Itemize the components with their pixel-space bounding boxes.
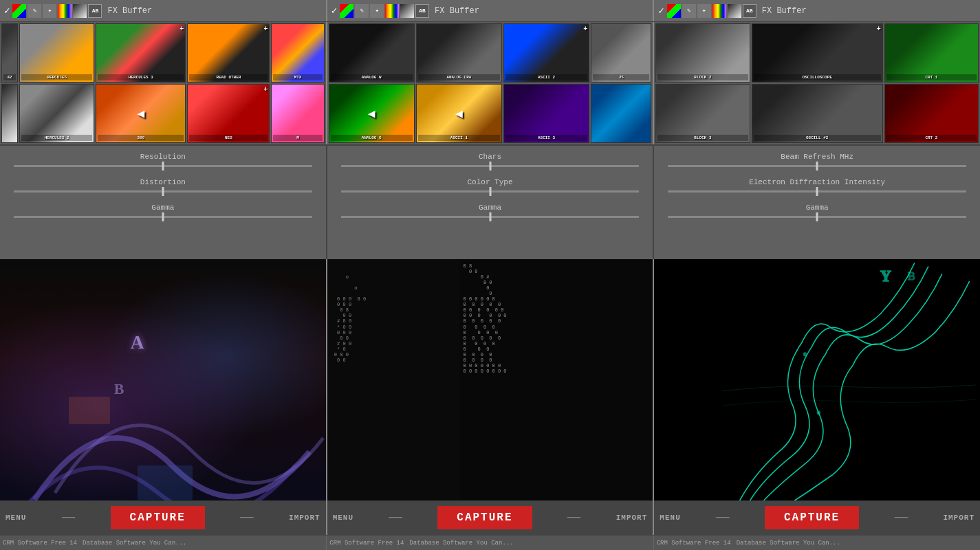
bottom-bar: MENU —— CAPTURE —— IMPORT MENU —— CAPTUR…	[0, 500, 980, 535]
thumb-section-2: ANALOG W ANALOG CRA + ASCII 2 JS ◀ ANALO…	[327, 22, 655, 144]
fx-label-1: FX Buffer	[107, 6, 152, 16]
thumb-mtx[interactable]: MTX	[271, 23, 324, 82]
bw-icon-2[interactable]	[400, 4, 414, 18]
thumb-hercules[interactable]: HERCULES	[19, 23, 94, 82]
electron-diff-label: Electron Diffraction Intensity	[668, 178, 966, 186]
menu-button-3[interactable]: MENU	[660, 514, 680, 522]
distortion-thumb[interactable]	[162, 187, 164, 196]
footer-right-1: Database Software You Can...	[83, 540, 186, 547]
chars-label: Chars	[341, 153, 640, 161]
chars-thumb[interactable]	[489, 162, 491, 170]
thumb-oscill2[interactable]: OSCILL #2	[752, 84, 883, 143]
footer-section-1: CRM Software Free 14 Database Software Y…	[0, 536, 327, 550]
ab-icon-3[interactable]: AB	[743, 4, 756, 18]
preview-panel-1: A B	[0, 259, 327, 500]
import-button-3[interactable]: IMPORT	[943, 514, 974, 522]
gamma-1-slider[interactable]	[14, 216, 312, 218]
distortion-label: Distortion	[14, 178, 312, 186]
thumb-section-1: 42 HERCULES + HERCULES 3 + READ OTHER MT…	[0, 22, 327, 144]
bw-icon-3[interactable]	[728, 4, 741, 18]
pencil-icon-3[interactable]: ✎	[682, 4, 696, 18]
gamma-3-thumb[interactable]	[816, 212, 818, 221]
electron-diff-thumb[interactable]	[816, 187, 818, 196]
gamma-1-thumb[interactable]	[162, 212, 164, 221]
capture-button-2[interactable]: CAPTURE	[437, 506, 532, 529]
color-icon-2[interactable]	[340, 4, 353, 18]
gamma-3-slider[interactable]	[668, 216, 966, 218]
menu-button-1[interactable]: MENU	[6, 514, 26, 522]
footer-left-1: CRM Software Free 14	[3, 540, 77, 547]
thumb-face5[interactable]	[591, 84, 651, 143]
preview-2-right: 0 8 0 9 0 # 8 0 0 9 0 0 0 0 0 0 0 0 0 0 …	[459, 259, 653, 500]
control-section-2: Chars Color Type Gamma	[327, 146, 655, 259]
thumb-42[interactable]: 42	[1, 23, 18, 82]
gamma-2-thumb[interactable]	[489, 212, 491, 221]
resolution-thumb[interactable]	[162, 162, 164, 170]
preview-1-svg	[0, 259, 326, 500]
thumb-read-other[interactable]: + READ OTHER	[187, 23, 270, 82]
capture-button-3[interactable]: CAPTURE	[765, 506, 859, 529]
color-icon-1[interactable]	[12, 4, 26, 18]
footer-left-2: CRM Software Free 14	[329, 540, 404, 547]
thumb-nes[interactable]: + NES	[187, 84, 270, 143]
chars-slider[interactable]	[341, 165, 640, 167]
thumb-ascii2[interactable]: + ASCII 2	[503, 23, 589, 82]
thumb-ascii1[interactable]: ◀ ASCII 1	[416, 84, 502, 143]
checkmark-2[interactable]: ✓	[331, 5, 337, 16]
magic-icon-2[interactable]: ✦	[370, 4, 384, 18]
color-type-thumb[interactable]	[489, 187, 491, 196]
beam-refresh-slider[interactable]	[668, 165, 966, 167]
ab-icon-1[interactable]: AB	[88, 4, 102, 18]
control-gamma-1: Gamma	[14, 204, 312, 219]
thumb-ascii3[interactable]: ASCII 3	[503, 84, 589, 143]
svg-point-4	[804, 353, 807, 355]
top-bar: ✓ ✎ ✦ AB FX Buffer ✓ ✎ ✦ AB FX Buffer ✓ …	[0, 0, 980, 22]
thumb-crt1[interactable]: CRT 1	[884, 23, 979, 82]
divider-1: ——	[62, 512, 75, 524]
rainbow-icon-3[interactable]	[712, 4, 726, 18]
pencil-icon-1[interactable]: ✎	[28, 4, 41, 18]
thumb-analog-g[interactable]: ◀ ANALOG G	[329, 84, 415, 143]
preview-2-left: o o 0 0 0 8 0 0 8 0 0 8 0 0 # 8 0 * 0 0 …	[327, 259, 459, 500]
magic-icon-3[interactable]: ✦	[697, 4, 711, 18]
thumb-hercules3[interactable]: + HERCULES 3	[96, 23, 186, 82]
thumb-crt2[interactable]: CRT 2	[884, 84, 979, 143]
ab-icon-2[interactable]: AB	[415, 4, 429, 18]
menu-button-2[interactable]: MENU	[333, 514, 353, 522]
footer-section-2: CRM Software Free 14 Database Software Y…	[327, 536, 653, 550]
thumb-analog-w[interactable]: ANALOG W	[329, 23, 415, 82]
control-section-1: Resolution Distortion Gamma	[0, 146, 327, 259]
thumbnails-area: 42 HERCULES + HERCULES 3 + READ OTHER MT…	[0, 22, 980, 146]
thumb-row-1-1: 42 HERCULES + HERCULES 3 + READ OTHER MT…	[1, 23, 325, 82]
checkmark-3[interactable]: ✓	[658, 5, 664, 16]
capture-button-1[interactable]: CAPTURE	[111, 506, 205, 529]
thumb-hercules2[interactable]: HERCULES 2	[19, 84, 94, 143]
svg-rect-0	[69, 397, 110, 424]
magic-icon-1[interactable]: ✦	[43, 4, 56, 18]
thumb-js[interactable]: JS	[591, 23, 651, 82]
thumb-bw[interactable]	[1, 84, 18, 143]
rainbow-icon-1[interactable]	[58, 4, 72, 18]
pencil-icon-2[interactable]: ✎	[355, 4, 369, 18]
divider-4: ——	[567, 512, 580, 524]
import-button-2[interactable]: IMPORT	[616, 514, 648, 522]
thumb-section-3: BLOCK 2 + OSCILLOSCOPE CRT 1 BLOCK 3 OSC…	[654, 22, 980, 144]
thumb-block3[interactable]: BLOCK 3	[655, 84, 750, 143]
thumb-block2[interactable]: BLOCK 2	[655, 23, 750, 82]
thumb-m[interactable]: M	[271, 84, 324, 143]
thumb-oscilloscope[interactable]: + OSCILLOSCOPE	[752, 23, 883, 82]
import-button-1[interactable]: IMPORT	[289, 514, 320, 522]
color-type-slider[interactable]	[341, 190, 640, 192]
color-icon-3[interactable]	[667, 4, 681, 18]
resolution-slider[interactable]	[14, 165, 312, 167]
thumb-360[interactable]: ◀ 360	[96, 84, 186, 143]
rainbow-icon-2[interactable]	[385, 4, 399, 18]
gamma-2-slider[interactable]	[341, 216, 640, 218]
bw-icon-1[interactable]	[73, 4, 87, 18]
distortion-slider[interactable]	[14, 190, 312, 192]
electron-diff-slider[interactable]	[668, 190, 966, 192]
control-beam-refresh: Beam Refresh MHz	[668, 153, 966, 168]
thumb-analog-cra[interactable]: ANALOG CRA	[416, 23, 502, 82]
checkmark-1[interactable]: ✓	[4, 5, 10, 16]
beam-refresh-thumb[interactable]	[816, 162, 818, 170]
